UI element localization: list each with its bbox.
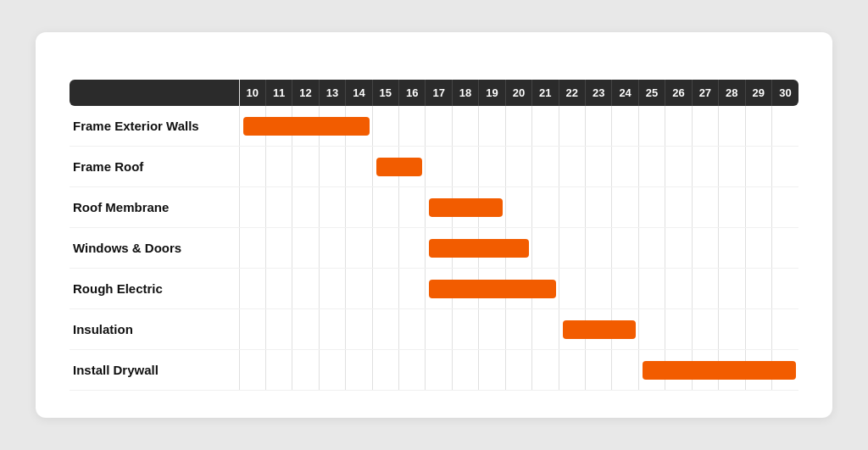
grid-cell (319, 228, 345, 269)
col-header-21: 21 (532, 80, 559, 106)
grid-cell (559, 269, 585, 309)
col-header-17: 17 (426, 80, 452, 106)
grid-cell (319, 350, 345, 391)
grid-cell (585, 228, 611, 269)
grid-cell (346, 350, 372, 391)
col-header-23: 23 (585, 80, 611, 106)
grid-cell (719, 187, 745, 228)
grid-cell (372, 147, 398, 187)
grid-cell (265, 228, 292, 269)
grid-cell (399, 147, 426, 187)
grid-cell (239, 106, 265, 147)
grid-cell (319, 106, 345, 147)
task-row: Install Drywall (70, 350, 798, 391)
grid-cell (426, 187, 452, 228)
grid-cell (612, 228, 638, 269)
grid-cell (292, 228, 319, 269)
grid-cell (745, 187, 771, 228)
col-header-12: 12 (292, 80, 319, 106)
grid-cell (399, 350, 426, 391)
col-header-15: 15 (372, 80, 398, 106)
grid-cell (346, 309, 372, 350)
grid-cell (346, 187, 372, 228)
grid-cell (292, 269, 319, 309)
grid-cell (452, 106, 478, 147)
grid-cell (585, 309, 611, 350)
col-header-20: 20 (505, 80, 531, 106)
grid-cell (292, 147, 319, 187)
grid-cell (265, 309, 292, 350)
col-header-26: 26 (665, 80, 692, 106)
grid-cell (771, 187, 798, 228)
grid-cell (665, 269, 692, 309)
grid-cell (239, 187, 265, 228)
grid-cell (505, 309, 531, 350)
grid-cell (265, 106, 292, 147)
grid-cell (719, 106, 745, 147)
grid-cell (372, 269, 398, 309)
grid-cell (452, 147, 478, 187)
grid-cell (426, 350, 452, 391)
grid-cell (745, 309, 771, 350)
task-label: Rough Electric (70, 269, 239, 309)
grid-cell (665, 187, 692, 228)
chart-container: 1011121314151617181920212223242526272829… (36, 32, 832, 419)
grid-cell (452, 269, 478, 309)
grid-cell (612, 106, 638, 147)
grid-cell (479, 106, 505, 147)
grid-cell (665, 309, 692, 350)
grid-cell (745, 228, 771, 269)
grid-cell (638, 269, 665, 309)
grid-cell (559, 147, 585, 187)
grid-cell (771, 147, 798, 187)
grid-cell (265, 350, 292, 391)
grid-cell (505, 187, 531, 228)
col-header-28: 28 (719, 80, 745, 106)
grid-cell (719, 309, 745, 350)
col-header-11: 11 (265, 80, 292, 106)
col-header-16: 16 (399, 80, 426, 106)
grid-cell (692, 228, 718, 269)
grid-cell (612, 187, 638, 228)
grid-cell (638, 228, 665, 269)
grid-cell (559, 350, 585, 391)
grid-cell (745, 269, 771, 309)
grid-cell (426, 309, 452, 350)
grid-cell (372, 228, 398, 269)
task-row: Frame Exterior Walls (70, 106, 798, 147)
grid-cell (638, 187, 665, 228)
grid-cell (585, 147, 611, 187)
grid-cell (372, 309, 398, 350)
grid-cell (452, 187, 478, 228)
grid-cell (319, 269, 345, 309)
grid-cell (745, 106, 771, 147)
grid-cell (292, 187, 319, 228)
task-label: Frame Exterior Walls (70, 106, 239, 147)
col-header-29: 29 (745, 80, 771, 106)
grid-cell (399, 106, 426, 147)
col-header-10: 10 (239, 80, 265, 106)
grid-cell (585, 350, 611, 391)
col-header-22: 22 (559, 80, 585, 106)
grid-cell (505, 350, 531, 391)
grid-cell (479, 147, 505, 187)
grid-cell (559, 228, 585, 269)
grid-cell (452, 228, 478, 269)
col-header-19: 19 (479, 80, 505, 106)
grid-cell (692, 187, 718, 228)
grid-cell (692, 106, 718, 147)
grid-cell (719, 147, 745, 187)
task-row: Windows & Doors (70, 228, 798, 269)
task-label: Insulation (70, 309, 239, 350)
grid-cell (426, 228, 452, 269)
grid-cell (372, 350, 398, 391)
grid-cell (479, 228, 505, 269)
grid-cell (692, 269, 718, 309)
grid-cell (692, 147, 718, 187)
gantt-chart: 1011121314151617181920212223242526272829… (70, 80, 798, 392)
grid-cell (319, 187, 345, 228)
grid-cell (612, 309, 638, 350)
col-header-14: 14 (346, 80, 372, 106)
grid-cell (346, 228, 372, 269)
grid-cell (239, 228, 265, 269)
